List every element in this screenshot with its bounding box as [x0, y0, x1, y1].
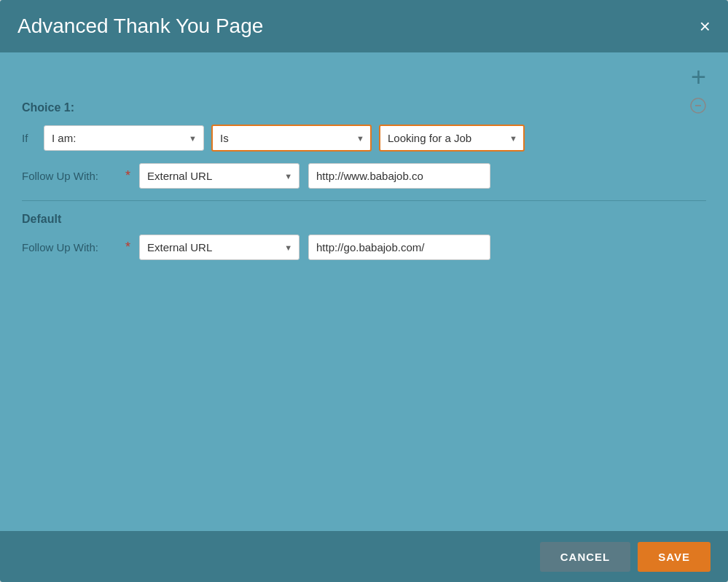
save-button[interactable]: SAVE [638, 542, 711, 572]
value-select-wrapper: Looking for a Job Posting a Job Other [379, 125, 525, 152]
remove-choice-button[interactable] [690, 98, 706, 117]
default-followup-select[interactable]: External URL Internal URL Thank You Page [139, 235, 300, 260]
follow-up-label: Follow Up With: [22, 170, 117, 182]
close-button[interactable]: × [700, 17, 711, 36]
if-label: If [22, 132, 36, 144]
follow-up-row: Follow Up With: * External URL Internal … [22, 163, 706, 189]
default-follow-up-label: Follow Up With: [22, 241, 117, 253]
modal-header: Advanced Thank You Page × [0, 0, 728, 52]
default-follow-up-row: Follow Up With: * External URL Internal … [22, 235, 706, 260]
followup-select-wrapper: External URL Internal URL Thank You Page [139, 163, 300, 189]
add-button-row: + [22, 64, 706, 90]
default-followup-select-wrapper: External URL Internal URL Thank You Page [139, 235, 300, 260]
if-row: If I am: I have: I want: Is Is Not [22, 125, 706, 152]
add-choice-button[interactable]: + [691, 64, 706, 90]
modal-footer: CANCEL SAVE [0, 531, 728, 582]
value-select[interactable]: Looking for a Job Posting a Job Other [379, 125, 525, 152]
default-url-input[interactable] [308, 235, 490, 260]
remove-icon [690, 98, 706, 114]
is-select-wrapper: Is Is Not [211, 125, 372, 152]
is-select[interactable]: Is Is Not [211, 125, 372, 152]
section-divider [22, 200, 706, 201]
modal-body: + Choice 1: If I am: I have: [0, 52, 728, 531]
choice-1-header: Choice 1: [22, 98, 706, 117]
choice-1-label: Choice 1: [22, 101, 74, 114]
cancel-button[interactable]: CANCEL [540, 542, 631, 572]
modal-title: Advanced Thank You Page [17, 15, 263, 38]
default-section: Default Follow Up With: * External URL I… [22, 213, 706, 260]
followup-select[interactable]: External URL Internal URL Thank You Page [139, 163, 300, 189]
required-star: * [125, 168, 130, 184]
modal: Advanced Thank You Page × + Choice 1: If [0, 0, 728, 582]
if-select-wrapper: I am: I have: I want: [44, 125, 204, 151]
if-select[interactable]: I am: I have: I want: [44, 125, 204, 151]
choice-1-section: Choice 1: If I am: I have: I want: [22, 98, 706, 189]
default-required-star: * [125, 240, 130, 255]
url-input[interactable] [308, 163, 490, 189]
default-label: Default [22, 213, 706, 226]
